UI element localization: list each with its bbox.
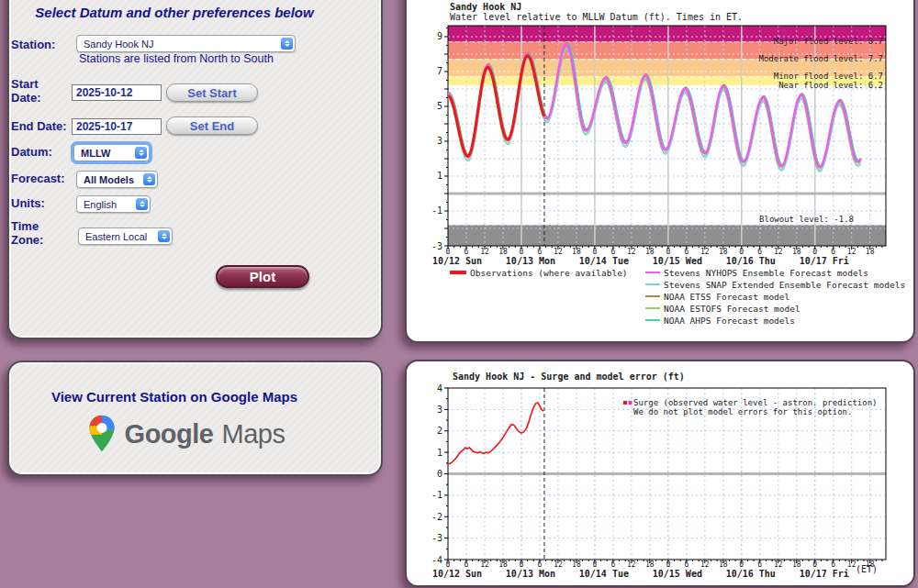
svg-text:12: 12: [847, 248, 856, 256]
google-wordmark: Google: [125, 419, 214, 449]
svg-text:6: 6: [610, 560, 615, 569]
x-axis-suffix: (ET): [856, 564, 878, 574]
chart-subtitle: Water level relative to MLLW Datum (ft).…: [450, 12, 743, 22]
svg-text:18: 18: [572, 248, 581, 256]
svg-text:0: 0: [520, 560, 524, 569]
google-maps-link[interactable]: View Current Station on Google Maps: [18, 389, 330, 405]
svg-text:12: 12: [700, 560, 710, 569]
select-stepper-icon: [135, 147, 147, 159]
svg-text:6: 6: [831, 248, 835, 256]
svg-text:18: 18: [866, 248, 875, 256]
y-tick-label: 7: [437, 66, 442, 76]
svg-text:0: 0: [666, 560, 670, 569]
start-date-label: Start Date:: [11, 77, 59, 105]
svg-text:12: 12: [774, 560, 783, 569]
select-stepper-icon: [136, 198, 148, 210]
y-tick-label: 5: [437, 101, 442, 111]
svg-text:6: 6: [538, 248, 543, 256]
svg-text:6: 6: [465, 248, 469, 256]
x-day-label: 10/17 Fri: [800, 256, 849, 266]
svg-text:18: 18: [719, 560, 728, 569]
svg-text:6: 6: [757, 248, 762, 256]
svg-text:6: 6: [684, 248, 688, 256]
y-tick-label: -1: [431, 490, 442, 500]
svg-text:18: 18: [645, 248, 655, 256]
google-maps-pin-icon: [87, 415, 117, 453]
svg-text:18: 18: [792, 560, 801, 569]
flood-label: Major flood level: 8.7: [774, 37, 883, 46]
start-date-input[interactable]: [72, 84, 162, 101]
x-day-label: 10/17 Fri: [800, 569, 849, 579]
legend-swatch: [629, 401, 633, 405]
water-level-chart: 06121810/12 Sun06121810/13 Mon06121810/1…: [405, 0, 912, 339]
svg-text:12: 12: [480, 248, 489, 256]
datum-label: Datum:: [11, 145, 52, 159]
y-tick-label: 9: [437, 31, 442, 41]
y-tick-label: 2: [437, 426, 442, 436]
svg-text:6: 6: [757, 560, 762, 569]
forecast-select[interactable]: All Models: [76, 171, 158, 188]
flood-label: Minor flood level: 6.7: [774, 72, 883, 81]
x-day-label: 10/12 Sun: [432, 256, 482, 266]
svg-text:6: 6: [465, 560, 469, 569]
y-tick-label: 3: [437, 405, 442, 415]
google-maps-logo[interactable]: Google Maps: [0, 415, 372, 453]
svg-text:0: 0: [446, 560, 451, 569]
svg-text:6: 6: [538, 560, 543, 569]
legend-label: Stevens NYHOPS Ensemble Forecast models: [664, 268, 868, 278]
surge-chart: 06121810/12 Sun06121810/13 Mon06121810/1…: [405, 361, 912, 583]
x-day-label: 10/16 Thu: [726, 569, 776, 579]
y-tick-label: -3: [431, 241, 442, 251]
svg-text:12: 12: [554, 560, 563, 569]
legend-label: Stevens SNAP Extended Ensemble Forecast …: [664, 280, 905, 290]
svg-text:0: 0: [592, 560, 597, 569]
set-end-button[interactable]: Set End: [166, 116, 258, 135]
svg-text:12: 12: [554, 248, 563, 256]
preferences-title: Select Datum and other preferences below: [18, 5, 330, 20]
legend-label: NOAA ETSS Forecast model: [664, 292, 789, 302]
station-select-value: Sandy Hook NJ: [84, 39, 281, 50]
timezone-select[interactable]: Eastern Local: [78, 227, 173, 245]
datum-select[interactable]: MLLW: [73, 144, 150, 161]
y-tick-label: 0: [437, 469, 442, 479]
svg-text:12: 12: [627, 560, 636, 569]
svg-text:18: 18: [498, 560, 508, 569]
svg-text:0: 0: [739, 248, 744, 256]
svg-text:12: 12: [774, 248, 783, 256]
end-date-input[interactable]: [72, 118, 162, 135]
svg-text:6: 6: [610, 248, 615, 256]
svg-text:12: 12: [480, 560, 489, 569]
blowout-label: Blowout level: -1.8: [759, 215, 854, 224]
svg-text:0: 0: [446, 248, 451, 256]
x-day-label: 10/14 Tue: [579, 569, 629, 579]
units-select-value: English: [84, 199, 136, 210]
legend-label: Surge (observed water level - astron. pr…: [633, 398, 878, 407]
select-stepper-icon: [158, 230, 170, 242]
x-day-label: 10/16 Thu: [726, 256, 776, 266]
select-stepper-icon: [143, 173, 155, 185]
x-day-label: 10/15 Wed: [653, 569, 702, 579]
y-tick-label: -4: [431, 555, 442, 565]
timezone-select-value: Eastern Local: [85, 231, 158, 242]
set-start-button[interactable]: Set Start: [166, 83, 258, 102]
units-select[interactable]: English: [76, 195, 151, 213]
plot-button[interactable]: Plot: [216, 265, 309, 288]
legend-label: Observations (where available): [470, 268, 628, 278]
svg-text:18: 18: [498, 248, 508, 256]
timezone-label: Time Zone:: [11, 219, 57, 247]
forecast-label: Forecast:: [11, 172, 65, 185]
svg-text:12: 12: [627, 248, 636, 256]
y-tick-label: -2: [431, 512, 442, 522]
svg-text:0: 0: [592, 248, 597, 256]
y-tick-label: 4: [437, 383, 442, 394]
legend-label: We do not plot model errors for this opt…: [633, 407, 852, 416]
svg-text:0: 0: [812, 560, 817, 569]
svg-text:18: 18: [572, 560, 581, 569]
svg-text:0: 0: [812, 248, 817, 256]
svg-text:12: 12: [700, 248, 710, 256]
svg-text:18: 18: [645, 560, 655, 569]
maps-wordmark: Maps: [221, 419, 285, 449]
legend-label: NOAA AHPS Forecast models: [664, 316, 795, 326]
y-tick-label: 1: [437, 448, 442, 458]
station-select[interactable]: Sandy Hook NJ: [76, 35, 296, 52]
